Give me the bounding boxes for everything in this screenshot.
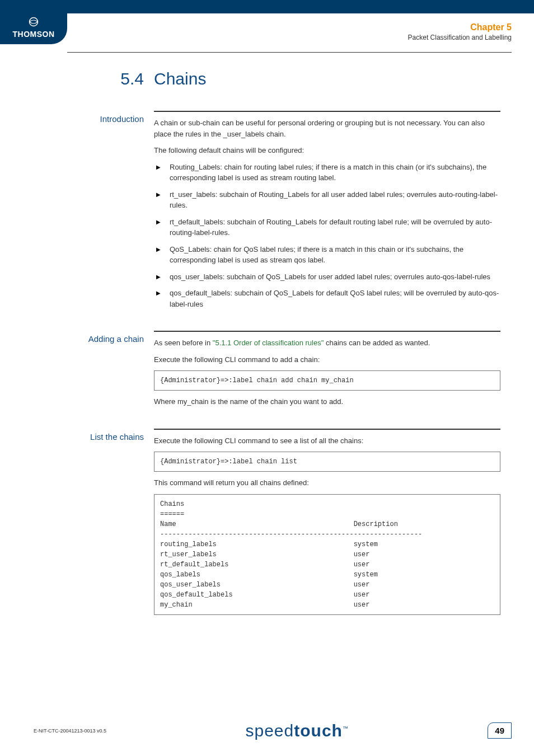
cli-add-chain: {Administrator}=>:label chain add chain … [154, 370, 500, 391]
thomson-globe-icon [29, 17, 39, 27]
intro-label: Introduction [0, 111, 154, 315]
list-item: rt_user_labels: subchain of Routing_Labe… [154, 189, 500, 211]
list-item: qos_user_labels: subchain of QoS_Labels … [154, 271, 500, 283]
doc-id: E-NIT-CTC-20041213-0013 v0.5 [34, 728, 106, 734]
adding-block: Adding a chain As seen before in "5.1.1 … [0, 331, 500, 413]
list-label: List the chains [0, 429, 154, 621]
adding-p3: Where my_chain is the name of the chain … [154, 396, 500, 407]
top-bar [0, 0, 534, 13]
brand-tm: ™ [343, 725, 349, 731]
list-item: QoS_Labels: chain for QoS label rules; i… [154, 244, 500, 266]
adding-p1: As seen before in "5.1.1 Order of classi… [154, 337, 500, 349]
footer-brand: speedtouch™ [245, 721, 348, 740]
xref-link[interactable]: "5.1.1 Order of classification rules" [213, 339, 324, 347]
adding-label: Adding a chain [0, 331, 154, 413]
header-row: THOMSON Chapter 5 Packet Classification … [0, 13, 534, 49]
footer: E-NIT-CTC-20041213-0013 v0.5 speedtouch™… [0, 721, 534, 757]
list-p2: This command will return you all chains … [154, 477, 500, 489]
section-heading: 5.4 Chains [0, 69, 500, 88]
adding-p1-post: chains can be added as wanted. [324, 339, 430, 347]
intro-content: A chain or sub-chain can be useful for p… [154, 111, 500, 315]
chapter-label: Chapter 5 [408, 22, 512, 32]
adding-p2: Execute the following CLI command to add… [154, 354, 500, 365]
brand-bold: touch [294, 721, 343, 740]
adding-p1-pre: As seen before in [154, 339, 213, 347]
brand-logo: THOMSON [0, 13, 67, 44]
chapter-subtitle: Packet Classification and Labelling [408, 34, 512, 41]
list-item: Routing_Labels: chain for routing label … [154, 162, 500, 184]
list-block: List the chains Execute the following CL… [0, 429, 500, 621]
intro-p2: The following default chains will be con… [154, 145, 500, 156]
list-p1: Execute the following CLI command to see… [154, 435, 500, 447]
list-item: rt_default_labels: subchain of Routing_L… [154, 217, 500, 238]
page-body: 5.4 Chains Introduction A chain or sub-c… [0, 53, 534, 621]
intro-p1: A chain or sub-chain can be useful for p… [154, 118, 500, 139]
list-content: Execute the following CLI command to see… [154, 429, 500, 621]
intro-list: Routing_Labels: chain for routing label … [154, 162, 500, 310]
cli-list-chains: {Administrator}=>:label chain list [154, 452, 500, 472]
brand-light: speed [245, 721, 294, 740]
section-title: Chains [154, 69, 206, 88]
adding-content: As seen before in "5.1.1 Order of classi… [154, 331, 500, 413]
page-number: 49 [488, 722, 512, 739]
section-number: 5.4 [0, 69, 154, 88]
chapter-block: Chapter 5 Packet Classification and Labe… [408, 18, 512, 41]
cli-output-chains: Chains ====== Name Description ---------… [154, 494, 500, 615]
intro-block: Introduction A chain or sub-chain can be… [0, 111, 500, 315]
brand-name: THOMSON [0, 30, 67, 39]
list-item: qos_default_labels: subchain of QoS_Labe… [154, 288, 500, 309]
svg-point-0 [30, 18, 38, 26]
